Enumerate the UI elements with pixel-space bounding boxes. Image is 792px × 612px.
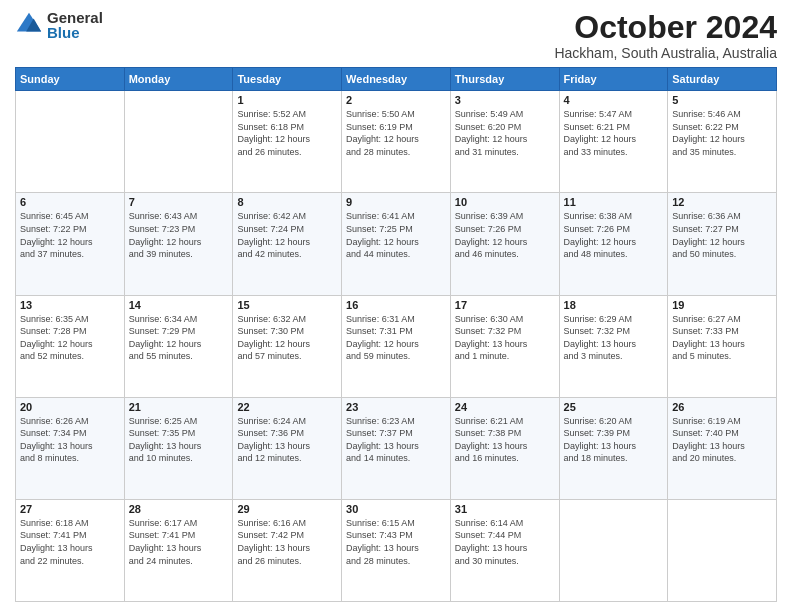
calendar-week-5: 27Sunrise: 6:18 AM Sunset: 7:41 PM Dayli… <box>16 499 777 601</box>
calendar-cell: 26Sunrise: 6:19 AM Sunset: 7:40 PM Dayli… <box>668 397 777 499</box>
calendar-cell: 31Sunrise: 6:14 AM Sunset: 7:44 PM Dayli… <box>450 499 559 601</box>
day-info: Sunrise: 6:45 AM Sunset: 7:22 PM Dayligh… <box>20 210 120 260</box>
col-thursday: Thursday <box>450 68 559 91</box>
day-info: Sunrise: 5:50 AM Sunset: 6:19 PM Dayligh… <box>346 108 446 158</box>
col-sunday: Sunday <box>16 68 125 91</box>
day-number: 9 <box>346 196 446 208</box>
logo-general: General <box>47 10 103 25</box>
calendar-cell: 18Sunrise: 6:29 AM Sunset: 7:32 PM Dayli… <box>559 295 668 397</box>
day-info: Sunrise: 6:36 AM Sunset: 7:27 PM Dayligh… <box>672 210 772 260</box>
calendar-cell: 27Sunrise: 6:18 AM Sunset: 7:41 PM Dayli… <box>16 499 125 601</box>
day-number: 5 <box>672 94 772 106</box>
calendar-cell <box>559 499 668 601</box>
page: General Blue October 2024 Hackham, South… <box>0 0 792 612</box>
col-wednesday: Wednesday <box>342 68 451 91</box>
calendar-cell: 2Sunrise: 5:50 AM Sunset: 6:19 PM Daylig… <box>342 91 451 193</box>
col-saturday: Saturday <box>668 68 777 91</box>
calendar-week-2: 6Sunrise: 6:45 AM Sunset: 7:22 PM Daylig… <box>16 193 777 295</box>
day-number: 25 <box>564 401 664 413</box>
logo-icon <box>15 11 43 39</box>
calendar-cell: 9Sunrise: 6:41 AM Sunset: 7:25 PM Daylig… <box>342 193 451 295</box>
day-info: Sunrise: 6:24 AM Sunset: 7:36 PM Dayligh… <box>237 415 337 465</box>
day-info: Sunrise: 6:19 AM Sunset: 7:40 PM Dayligh… <box>672 415 772 465</box>
calendar-cell: 4Sunrise: 5:47 AM Sunset: 6:21 PM Daylig… <box>559 91 668 193</box>
calendar-cell: 30Sunrise: 6:15 AM Sunset: 7:43 PM Dayli… <box>342 499 451 601</box>
logo-blue: Blue <box>47 25 103 40</box>
day-number: 12 <box>672 196 772 208</box>
day-info: Sunrise: 5:49 AM Sunset: 6:20 PM Dayligh… <box>455 108 555 158</box>
day-number: 4 <box>564 94 664 106</box>
calendar-body: 1Sunrise: 5:52 AM Sunset: 6:18 PM Daylig… <box>16 91 777 602</box>
col-friday: Friday <box>559 68 668 91</box>
logo: General Blue <box>15 10 103 40</box>
day-number: 15 <box>237 299 337 311</box>
day-number: 21 <box>129 401 229 413</box>
day-info: Sunrise: 6:38 AM Sunset: 7:26 PM Dayligh… <box>564 210 664 260</box>
header: General Blue October 2024 Hackham, South… <box>15 10 777 61</box>
calendar-cell: 22Sunrise: 6:24 AM Sunset: 7:36 PM Dayli… <box>233 397 342 499</box>
day-info: Sunrise: 6:21 AM Sunset: 7:38 PM Dayligh… <box>455 415 555 465</box>
day-number: 19 <box>672 299 772 311</box>
calendar-week-1: 1Sunrise: 5:52 AM Sunset: 6:18 PM Daylig… <box>16 91 777 193</box>
calendar-week-4: 20Sunrise: 6:26 AM Sunset: 7:34 PM Dayli… <box>16 397 777 499</box>
day-info: Sunrise: 6:23 AM Sunset: 7:37 PM Dayligh… <box>346 415 446 465</box>
calendar-cell: 13Sunrise: 6:35 AM Sunset: 7:28 PM Dayli… <box>16 295 125 397</box>
day-info: Sunrise: 6:25 AM Sunset: 7:35 PM Dayligh… <box>129 415 229 465</box>
calendar-cell: 24Sunrise: 6:21 AM Sunset: 7:38 PM Dayli… <box>450 397 559 499</box>
day-number: 29 <box>237 503 337 515</box>
day-info: Sunrise: 6:14 AM Sunset: 7:44 PM Dayligh… <box>455 517 555 567</box>
calendar-cell: 5Sunrise: 5:46 AM Sunset: 6:22 PM Daylig… <box>668 91 777 193</box>
day-info: Sunrise: 5:46 AM Sunset: 6:22 PM Dayligh… <box>672 108 772 158</box>
day-number: 2 <box>346 94 446 106</box>
day-info: Sunrise: 5:47 AM Sunset: 6:21 PM Dayligh… <box>564 108 664 158</box>
day-number: 23 <box>346 401 446 413</box>
day-number: 1 <box>237 94 337 106</box>
day-number: 27 <box>20 503 120 515</box>
calendar-week-3: 13Sunrise: 6:35 AM Sunset: 7:28 PM Dayli… <box>16 295 777 397</box>
calendar-cell: 17Sunrise: 6:30 AM Sunset: 7:32 PM Dayli… <box>450 295 559 397</box>
col-monday: Monday <box>124 68 233 91</box>
day-number: 6 <box>20 196 120 208</box>
day-number: 11 <box>564 196 664 208</box>
calendar-cell: 1Sunrise: 5:52 AM Sunset: 6:18 PM Daylig… <box>233 91 342 193</box>
calendar-cell: 21Sunrise: 6:25 AM Sunset: 7:35 PM Dayli… <box>124 397 233 499</box>
title-block: October 2024 Hackham, South Australia, A… <box>554 10 777 61</box>
title-month: October 2024 <box>554 10 777 45</box>
calendar-cell: 19Sunrise: 6:27 AM Sunset: 7:33 PM Dayli… <box>668 295 777 397</box>
calendar-cell: 14Sunrise: 6:34 AM Sunset: 7:29 PM Dayli… <box>124 295 233 397</box>
calendar-table: Sunday Monday Tuesday Wednesday Thursday… <box>15 67 777 602</box>
day-number: 8 <box>237 196 337 208</box>
day-info: Sunrise: 6:27 AM Sunset: 7:33 PM Dayligh… <box>672 313 772 363</box>
day-number: 16 <box>346 299 446 311</box>
day-info: Sunrise: 6:39 AM Sunset: 7:26 PM Dayligh… <box>455 210 555 260</box>
day-info: Sunrise: 6:18 AM Sunset: 7:41 PM Dayligh… <box>20 517 120 567</box>
calendar-cell <box>124 91 233 193</box>
day-info: Sunrise: 6:32 AM Sunset: 7:30 PM Dayligh… <box>237 313 337 363</box>
calendar-cell: 10Sunrise: 6:39 AM Sunset: 7:26 PM Dayli… <box>450 193 559 295</box>
day-info: Sunrise: 6:43 AM Sunset: 7:23 PM Dayligh… <box>129 210 229 260</box>
day-number: 17 <box>455 299 555 311</box>
day-number: 18 <box>564 299 664 311</box>
calendar-cell: 6Sunrise: 6:45 AM Sunset: 7:22 PM Daylig… <box>16 193 125 295</box>
calendar-cell <box>16 91 125 193</box>
calendar-cell: 20Sunrise: 6:26 AM Sunset: 7:34 PM Dayli… <box>16 397 125 499</box>
day-number: 22 <box>237 401 337 413</box>
calendar-cell: 12Sunrise: 6:36 AM Sunset: 7:27 PM Dayli… <box>668 193 777 295</box>
day-number: 26 <box>672 401 772 413</box>
day-number: 14 <box>129 299 229 311</box>
calendar-cell <box>668 499 777 601</box>
day-number: 28 <box>129 503 229 515</box>
calendar-cell: 23Sunrise: 6:23 AM Sunset: 7:37 PM Dayli… <box>342 397 451 499</box>
title-location: Hackham, South Australia, Australia <box>554 45 777 61</box>
calendar-cell: 7Sunrise: 6:43 AM Sunset: 7:23 PM Daylig… <box>124 193 233 295</box>
calendar-cell: 28Sunrise: 6:17 AM Sunset: 7:41 PM Dayli… <box>124 499 233 601</box>
day-info: Sunrise: 6:15 AM Sunset: 7:43 PM Dayligh… <box>346 517 446 567</box>
day-info: Sunrise: 5:52 AM Sunset: 6:18 PM Dayligh… <box>237 108 337 158</box>
day-info: Sunrise: 6:29 AM Sunset: 7:32 PM Dayligh… <box>564 313 664 363</box>
day-number: 7 <box>129 196 229 208</box>
calendar-cell: 3Sunrise: 5:49 AM Sunset: 6:20 PM Daylig… <box>450 91 559 193</box>
calendar-cell: 29Sunrise: 6:16 AM Sunset: 7:42 PM Dayli… <box>233 499 342 601</box>
day-number: 20 <box>20 401 120 413</box>
day-number: 13 <box>20 299 120 311</box>
day-info: Sunrise: 6:41 AM Sunset: 7:25 PM Dayligh… <box>346 210 446 260</box>
